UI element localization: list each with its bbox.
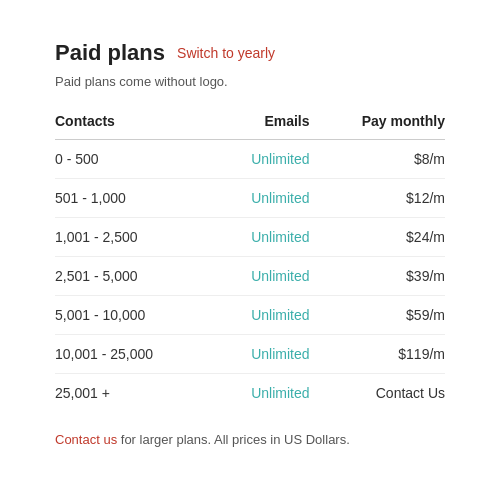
cell-contacts: 0 - 500 [55,140,215,179]
cell-price[interactable]: Contact Us [310,374,445,413]
cell-price: $119/m [310,335,445,374]
switch-to-yearly-link[interactable]: Switch to yearly [177,45,275,61]
col-contacts: Contacts [55,113,215,140]
cell-emails: Unlimited [215,335,310,374]
footer: Contact us for larger plans. All prices … [55,432,445,447]
cell-emails: Unlimited [215,179,310,218]
table-row: 10,001 - 25,000Unlimited$119/m [55,335,445,374]
table-row: 501 - 1,000Unlimited$12/m [55,179,445,218]
cell-emails: Unlimited [215,218,310,257]
footer-text: for larger plans. All prices in US Dolla… [117,432,350,447]
table-row: 2,501 - 5,000Unlimited$39/m [55,257,445,296]
pricing-table: Contacts Emails Pay monthly 0 - 500Unlim… [55,113,445,412]
cell-contacts: 25,001 + [55,374,215,413]
contact-us-link[interactable]: Contact Us [376,385,445,401]
cell-emails: Unlimited [215,257,310,296]
cell-price: $24/m [310,218,445,257]
table-row: 5,001 - 10,000Unlimited$59/m [55,296,445,335]
table-row: 25,001 +UnlimitedContact Us [55,374,445,413]
cell-price: $59/m [310,296,445,335]
cell-contacts: 1,001 - 2,500 [55,218,215,257]
cell-contacts: 5,001 - 10,000 [55,296,215,335]
cell-price: $8/m [310,140,445,179]
cell-contacts: 2,501 - 5,000 [55,257,215,296]
cell-contacts: 501 - 1,000 [55,179,215,218]
contact-us-footer-link[interactable]: Contact us [55,432,117,447]
cell-emails: Unlimited [215,374,310,413]
cell-emails: Unlimited [215,296,310,335]
table-row: 1,001 - 2,500Unlimited$24/m [55,218,445,257]
cell-contacts: 10,001 - 25,000 [55,335,215,374]
col-emails: Emails [215,113,310,140]
header-section: Paid plans Switch to yearly Paid plans c… [55,40,445,89]
cell-price: $39/m [310,257,445,296]
cell-emails: Unlimited [215,140,310,179]
cell-price: $12/m [310,179,445,218]
subtitle: Paid plans come without logo. [55,74,445,89]
table-row: 0 - 500Unlimited$8/m [55,140,445,179]
page-title: Paid plans [55,40,165,66]
col-price: Pay monthly [310,113,445,140]
